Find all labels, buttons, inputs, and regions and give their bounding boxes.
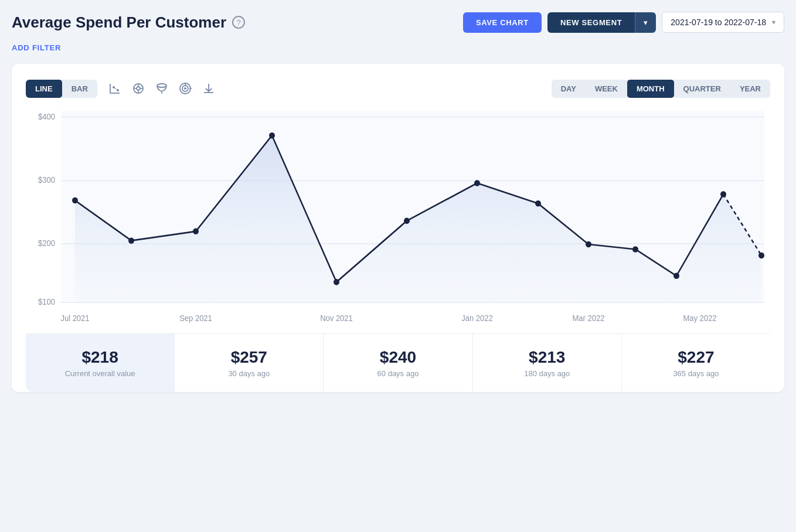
svg-point-40 <box>673 273 679 279</box>
svg-point-41 <box>720 191 726 197</box>
page-container: Average Spend Per Customer ? SAVE CHART … <box>12 12 784 392</box>
svg-text:$300: $300 <box>38 176 55 185</box>
stat-180days: $213 180 days ago <box>473 334 622 392</box>
axes-icon[interactable] <box>104 78 125 99</box>
help-icon[interactable]: ? <box>232 16 245 29</box>
svg-point-37 <box>535 200 541 207</box>
svg-point-32 <box>193 229 199 235</box>
stat-30days-value: $257 <box>186 348 311 367</box>
stat-365days-label: 365 days ago <box>634 369 758 378</box>
new-segment-dropdown-button[interactable]: ▾ <box>635 12 656 33</box>
svg-text:$100: $100 <box>38 298 55 306</box>
svg-line-4 <box>114 87 118 90</box>
stat-365days-value: $227 <box>634 348 758 367</box>
header-right: SAVE CHART NEW SEGMENT ▾ 2021-07-19 to 2… <box>463 12 784 33</box>
page-title: Average Spend Per Customer <box>12 13 226 32</box>
svg-point-30 <box>72 197 78 204</box>
chart-card: LINE BAR <box>12 64 784 392</box>
stat-60days-value: $240 <box>335 348 460 367</box>
svg-text:Mar 2022: Mar 2022 <box>573 314 605 323</box>
stat-30days-label: 30 days ago <box>186 369 311 378</box>
time-month-button[interactable]: MONTH <box>627 80 674 98</box>
stat-60days-label: 60 days ago <box>335 369 460 378</box>
time-day-button[interactable]: DAY <box>552 80 586 98</box>
svg-point-38 <box>586 241 591 248</box>
stats-row: $218 Current overall value $257 30 days … <box>26 333 770 392</box>
chart-type-group: LINE BAR <box>26 80 97 98</box>
svg-text:May 2022: May 2022 <box>683 314 716 323</box>
svg-point-11 <box>157 84 166 87</box>
svg-text:$200: $200 <box>38 239 55 248</box>
stat-current: $218 Current overall value <box>26 334 175 392</box>
chart-toolbar-icons <box>104 78 219 99</box>
chart-type-line-button[interactable]: LINE <box>26 80 62 98</box>
stat-60days: $240 60 days ago <box>324 334 472 392</box>
svg-point-34 <box>334 279 339 285</box>
chart-settings-icon[interactable] <box>128 78 149 99</box>
svg-text:Jul 2021: Jul 2021 <box>60 314 89 323</box>
svg-point-33 <box>269 132 275 139</box>
add-filter-button[interactable]: ADD FILTER <box>12 43 784 52</box>
stat-30days: $257 30 days ago <box>175 334 324 392</box>
stat-180days-label: 180 days ago <box>485 369 610 378</box>
time-quarter-button[interactable]: QUARTER <box>674 80 730 98</box>
header-left: Average Spend Per Customer ? <box>12 13 245 32</box>
stat-365days: $227 365 days ago <box>622 334 770 392</box>
stat-180days-value: $213 <box>485 348 610 367</box>
stat-current-value: $218 <box>38 348 162 367</box>
svg-point-42 <box>758 253 764 259</box>
header: Average Spend Per Customer ? SAVE CHART … <box>12 12 784 33</box>
download-icon[interactable] <box>198 78 219 99</box>
date-range-chevron-icon: ▾ <box>772 18 775 26</box>
chart-type-bar-button[interactable]: BAR <box>62 80 97 98</box>
date-range-text: 2021-07-19 to 2022-07-18 <box>671 18 766 27</box>
svg-point-6 <box>137 87 140 90</box>
svg-text:Sep 2021: Sep 2021 <box>179 314 212 323</box>
svg-point-15 <box>184 87 186 90</box>
svg-point-31 <box>128 237 134 244</box>
chart-svg: $400 $300 $200 $100 <box>26 111 770 333</box>
save-chart-button[interactable]: SAVE CHART <box>463 12 542 33</box>
svg-point-39 <box>632 246 638 253</box>
target-icon[interactable] <box>175 78 196 99</box>
svg-text:Jan 2022: Jan 2022 <box>461 314 492 323</box>
svg-point-36 <box>474 180 480 186</box>
date-range-selector[interactable]: 2021-07-19 to 2022-07-18 ▾ <box>662 12 784 33</box>
stat-current-label: Current overall value <box>38 369 162 378</box>
time-year-button[interactable]: YEAR <box>730 80 770 98</box>
time-week-button[interactable]: WEEK <box>586 80 627 98</box>
svg-point-35 <box>404 218 410 224</box>
funnel-icon[interactable] <box>151 78 172 99</box>
new-segment-group: NEW SEGMENT ▾ <box>547 12 656 33</box>
chart-area: $400 $300 $200 $100 <box>26 111 770 333</box>
new-segment-button[interactable]: NEW SEGMENT <box>547 12 635 33</box>
time-period-group: DAY WEEK MONTH QUARTER YEAR <box>552 80 770 98</box>
chart-toolbar-left: LINE BAR <box>26 78 219 99</box>
chart-toolbar: LINE BAR <box>26 78 770 99</box>
svg-text:Nov 2021: Nov 2021 <box>320 314 353 323</box>
svg-text:$400: $400 <box>38 112 55 121</box>
